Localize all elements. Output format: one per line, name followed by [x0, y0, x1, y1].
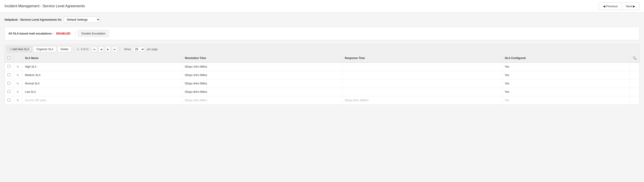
table-row: ✎ High SLA 0Days 1Hrs 0Mins Yes: [5, 62, 640, 71]
divider: [76, 31, 76, 36]
previous-button[interactable]: ◀ Previous: [599, 3, 622, 10]
th-response-time: Response Time: [342, 54, 502, 62]
row-ola-5: Yes: [502, 96, 630, 105]
delete-button[interactable]: Delete: [58, 46, 72, 52]
row-ola-1: Yes: [502, 62, 630, 71]
show-label: Show: [124, 48, 131, 51]
header-bar: Incident Management - Service Level Agre…: [0, 0, 644, 13]
escalation-status: ENABLED: [56, 32, 70, 35]
row-response-1: [342, 62, 502, 71]
row-checkbox-5[interactable]: [8, 98, 10, 101]
edit-icon-5[interactable]: ✎: [16, 99, 19, 102]
row-checkbox-cell: [5, 88, 14, 96]
row-sla-name-4: Low SLA: [22, 88, 182, 96]
escalation-label: All SLA based mail escalations :: [8, 32, 54, 35]
sla-table: SLA Name Resolution Time Response Time O…: [4, 54, 640, 105]
sla-for-select[interactable]: Default Settings Custom Settings: [64, 17, 100, 23]
select-all-checkbox[interactable]: [8, 56, 10, 59]
last-page-button[interactable]: ⏭: [112, 47, 118, 52]
row-extra-5: [630, 96, 640, 105]
prev-page-button[interactable]: ◀: [98, 47, 104, 52]
toolbar-separator-2: [120, 47, 120, 52]
next-page-button[interactable]: ▶: [105, 47, 111, 52]
th-search: 🔍: [630, 54, 640, 62]
th-edit: [14, 54, 22, 62]
per-page-label: per page: [147, 48, 158, 51]
table-row: ✎ Medium SLA 0Days 2Hrs 0Mins Yes: [5, 71, 640, 79]
first-page-button[interactable]: ⏮: [92, 47, 97, 52]
row-ola-3: Yes: [502, 79, 630, 88]
toolbar: + Add New SLA Organize SLA Delete 1 - 5 …: [4, 44, 640, 54]
row-response-2: [342, 71, 502, 79]
th-sla-name: SLA Name: [22, 54, 182, 62]
row-resolution-1: 0Days 1Hrs 0Mins: [182, 62, 342, 71]
row-checkbox-cell: [5, 71, 14, 79]
sla-for-label: Helpdesk - Service Level Agreements for: [4, 18, 62, 21]
row-edit-cell: ✎: [14, 79, 22, 88]
row-resolution-4: 0Days 8Hrs 0Mins: [182, 88, 342, 96]
main-content: Helpdesk - Service Level Agreements for …: [0, 13, 644, 109]
table-search-icon[interactable]: 🔍: [633, 56, 636, 60]
row-checkbox-1[interactable]: [8, 65, 10, 68]
row-extra-3: [630, 79, 640, 88]
row-edit-cell: ✎: [14, 96, 22, 105]
edit-icon-1[interactable]: ✎: [16, 65, 19, 68]
row-sla-name-5: SLA for VIP users: [22, 96, 182, 105]
table-row: ✎ Normal SLA 0Days 4Hrs 0Mins Yes: [5, 79, 640, 88]
row-ola-2: Yes: [502, 71, 630, 79]
row-edit-cell: ✎: [14, 62, 22, 71]
table-header-row: SLA Name Resolution Time Response Time O…: [5, 54, 640, 62]
row-extra-2: [630, 71, 640, 79]
th-ola-configured: OLA Configured: [502, 54, 630, 62]
row-sla-name-2: Medium SLA: [22, 71, 182, 79]
table-row: ✎ Low SLA 0Days 8Hrs 0Mins Yes: [5, 88, 640, 96]
row-checkbox-2[interactable]: [8, 73, 10, 76]
row-ola-4: Yes: [502, 88, 630, 96]
row-checkbox-cell: [5, 62, 14, 71]
th-checkbox: [5, 54, 14, 62]
edit-icon-4[interactable]: ✎: [16, 90, 19, 93]
row-resolution-2: 0Days 2Hrs 0Mins: [182, 71, 342, 79]
edit-icon-2[interactable]: ✎: [16, 74, 19, 77]
table-row: ✎ SLA for VIP users 0Days 2Hrs 0Mins 0Da…: [5, 96, 640, 105]
escalation-panel: All SLA based mail escalations : ENABLED…: [4, 27, 640, 40]
row-response-5: 0Days 0Hrs 30Mins: [342, 96, 502, 105]
row-resolution-5: 0Days 2Hrs 0Mins: [182, 96, 342, 105]
sla-for-row: Helpdesk - Service Level Agreements for …: [4, 17, 640, 23]
row-sla-name-3: Normal SLA: [22, 79, 182, 88]
row-response-4: [342, 88, 502, 96]
organize-sla-button[interactable]: Organize SLA: [33, 46, 56, 52]
page-title: Incident Management - Service Level Agre…: [4, 4, 85, 8]
row-extra-1: [630, 62, 640, 71]
row-checkbox-cell: [5, 96, 14, 105]
row-resolution-3: 0Days 4Hrs 0Mins: [182, 79, 342, 88]
row-checkbox-4[interactable]: [8, 90, 10, 93]
toolbar-separator-1: [74, 47, 74, 52]
row-extra-4: [630, 88, 640, 96]
edit-icon-3[interactable]: ✎: [16, 82, 19, 85]
row-sla-name-1: High SLA: [22, 62, 182, 71]
row-edit-cell: ✎: [14, 71, 22, 79]
disable-escalation-button[interactable]: Disable Escalation: [78, 30, 109, 37]
row-response-3: [342, 79, 502, 88]
per-page-select[interactable]: 25 50 100: [133, 47, 145, 52]
next-button[interactable]: Next ▶: [622, 3, 640, 10]
nav-buttons: ◀ Previous Next ▶: [599, 3, 640, 10]
add-new-sla-button[interactable]: + Add New SLA: [7, 46, 32, 52]
pagination-info: 1 - 5 of 5 /: [77, 48, 89, 51]
row-edit-cell: ✎: [14, 88, 22, 96]
row-checkbox-cell: [5, 79, 14, 88]
row-checkbox-3[interactable]: [8, 82, 10, 85]
th-resolution-time: Resolution Time: [182, 54, 342, 62]
